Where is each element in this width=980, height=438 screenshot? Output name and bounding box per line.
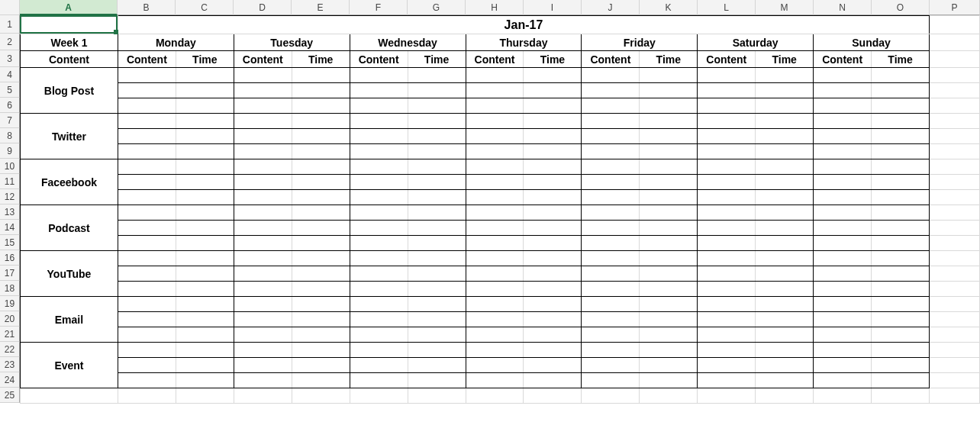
sub-content-1[interactable]: Content bbox=[234, 51, 292, 68]
cell[interactable] bbox=[814, 221, 872, 236]
cell[interactable] bbox=[292, 175, 350, 190]
sub-time-3[interactable]: Time bbox=[524, 51, 582, 68]
cell[interactable] bbox=[466, 358, 524, 373]
cell[interactable] bbox=[756, 266, 814, 282]
cell[interactable] bbox=[582, 221, 640, 236]
cell-row25-0[interactable] bbox=[21, 388, 118, 404]
cell[interactable] bbox=[350, 343, 408, 358]
cell[interactable] bbox=[582, 159, 640, 175]
cell[interactable] bbox=[292, 98, 350, 114]
cell[interactable] bbox=[756, 358, 814, 373]
category-6[interactable]: Event bbox=[21, 343, 118, 388]
cell[interactable] bbox=[756, 144, 814, 159]
cell-A1[interactable] bbox=[21, 16, 118, 34]
cell[interactable] bbox=[176, 159, 234, 175]
cell[interactable] bbox=[698, 144, 756, 159]
cell-row25-6[interactable] bbox=[408, 388, 466, 404]
cell[interactable] bbox=[524, 327, 582, 343]
cell[interactable] bbox=[234, 159, 292, 175]
cell[interactable] bbox=[118, 282, 176, 297]
cell[interactable] bbox=[524, 343, 582, 358]
cell[interactable] bbox=[640, 68, 698, 83]
cell[interactable] bbox=[292, 144, 350, 159]
cell[interactable] bbox=[756, 221, 814, 236]
cell[interactable] bbox=[118, 266, 176, 282]
sub-content-3[interactable]: Content bbox=[466, 51, 524, 68]
cell[interactable] bbox=[814, 159, 872, 175]
cell-P16[interactable] bbox=[930, 251, 980, 266]
row-header-24[interactable]: 24 bbox=[0, 372, 20, 388]
cell[interactable] bbox=[118, 312, 176, 327]
cell[interactable] bbox=[466, 327, 524, 343]
row-header-6[interactable]: 6 bbox=[0, 98, 20, 113]
cell[interactable] bbox=[350, 327, 408, 343]
cell[interactable] bbox=[466, 83, 524, 98]
column-header-I[interactable]: I bbox=[524, 0, 582, 15]
cell[interactable] bbox=[640, 159, 698, 175]
cell[interactable] bbox=[872, 98, 930, 114]
cell[interactable] bbox=[814, 83, 872, 98]
cell[interactable] bbox=[350, 159, 408, 175]
cell-P7[interactable] bbox=[930, 114, 980, 129]
cell[interactable] bbox=[176, 175, 234, 190]
row-header-19[interactable]: 19 bbox=[0, 296, 20, 311]
cell[interactable] bbox=[872, 159, 930, 175]
cell[interactable] bbox=[466, 282, 524, 297]
cell[interactable] bbox=[698, 343, 756, 358]
cell[interactable] bbox=[408, 83, 466, 98]
day-header-4[interactable]: Friday bbox=[582, 34, 698, 51]
cell[interactable] bbox=[640, 282, 698, 297]
cell[interactable] bbox=[524, 83, 582, 98]
week-cell[interactable]: Week 1 bbox=[21, 34, 118, 51]
cell[interactable] bbox=[176, 373, 234, 388]
cell[interactable] bbox=[176, 327, 234, 343]
title-cell[interactable]: Jan-17 bbox=[118, 16, 929, 34]
cell[interactable] bbox=[118, 297, 176, 312]
cell[interactable] bbox=[176, 221, 234, 236]
cell[interactable] bbox=[408, 266, 466, 282]
cell[interactable] bbox=[176, 205, 234, 221]
cell[interactable] bbox=[350, 266, 408, 282]
cell[interactable] bbox=[408, 205, 466, 221]
cell-P13[interactable] bbox=[930, 205, 980, 221]
cell[interactable] bbox=[350, 358, 408, 373]
cell[interactable] bbox=[640, 343, 698, 358]
cell[interactable] bbox=[350, 190, 408, 205]
cell[interactable] bbox=[466, 373, 524, 388]
day-header-2[interactable]: Wednesday bbox=[350, 34, 466, 51]
cell-P21[interactable] bbox=[930, 327, 980, 343]
cell[interactable] bbox=[524, 205, 582, 221]
cell[interactable] bbox=[756, 129, 814, 144]
cell[interactable] bbox=[582, 297, 640, 312]
cell[interactable] bbox=[872, 129, 930, 144]
cell[interactable] bbox=[234, 175, 292, 190]
cell[interactable] bbox=[292, 297, 350, 312]
cell[interactable] bbox=[524, 159, 582, 175]
cell[interactable] bbox=[350, 221, 408, 236]
cell[interactable] bbox=[234, 343, 292, 358]
cell[interactable] bbox=[756, 68, 814, 83]
cell[interactable] bbox=[640, 205, 698, 221]
cell[interactable] bbox=[524, 129, 582, 144]
cell[interactable] bbox=[756, 312, 814, 327]
cell[interactable] bbox=[698, 282, 756, 297]
column-header-P[interactable]: P bbox=[930, 0, 980, 15]
cell-P11[interactable] bbox=[930, 175, 980, 190]
cell-row25-10[interactable] bbox=[640, 388, 698, 404]
column-header-E[interactable]: E bbox=[292, 0, 350, 15]
cell[interactable] bbox=[814, 144, 872, 159]
day-header-6[interactable]: Sunday bbox=[814, 34, 930, 51]
cell[interactable] bbox=[698, 114, 756, 129]
cell-row25-13[interactable] bbox=[814, 388, 872, 404]
cell-row25-4[interactable] bbox=[292, 388, 350, 404]
cell[interactable] bbox=[872, 190, 930, 205]
cell[interactable] bbox=[408, 159, 466, 175]
row-header-5[interactable]: 5 bbox=[0, 82, 20, 98]
cell-P8[interactable] bbox=[930, 129, 980, 144]
cell-row25-2[interactable] bbox=[176, 388, 234, 404]
cell[interactable] bbox=[872, 251, 930, 266]
cell-P6[interactable] bbox=[930, 98, 980, 114]
row-header-14[interactable]: 14 bbox=[0, 220, 20, 235]
cell[interactable] bbox=[118, 129, 176, 144]
cell[interactable] bbox=[176, 129, 234, 144]
